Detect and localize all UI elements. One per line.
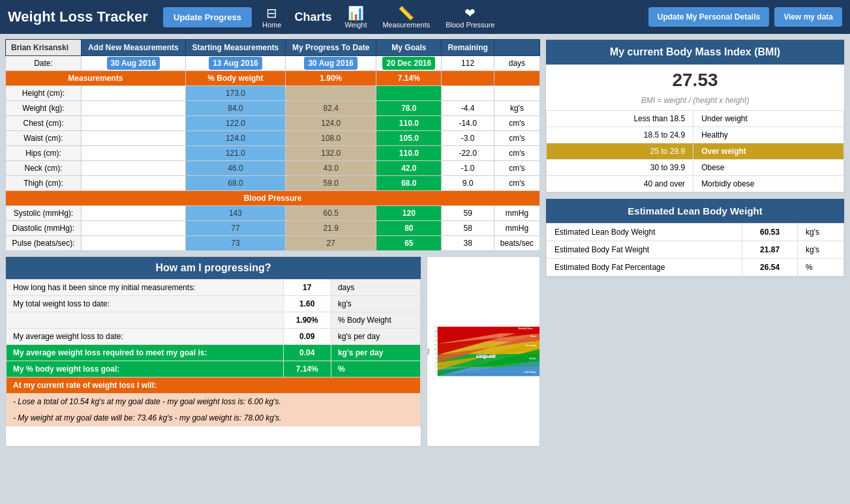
progress-note-row: - Lose a total of 10.54 kg's at my goal …: [7, 394, 421, 410]
user-name-header: Brian Krisanski: [6, 40, 82, 56]
svg-text:202: 202: [528, 374, 529, 376]
table-row: Pulse (beats/sec): 73 27 65 38 beats/sec: [6, 236, 540, 251]
svg-text:200: 200: [524, 374, 526, 376]
bmi-row: 40 and over Morbidly obese: [547, 176, 844, 192]
svg-text:150: 150: [452, 374, 453, 376]
svg-text:192: 192: [513, 374, 514, 376]
view-data-button[interactable]: View my data: [774, 7, 842, 27]
lean-table: Estimated Lean Body Weight 60.53 kg's Es…: [546, 223, 844, 276]
svg-text:186: 186: [504, 374, 506, 376]
bmi-row: 30 to 39.9 Obese: [547, 160, 844, 176]
nav-blood-pressure[interactable]: ❤ Blood Pressure: [440, 5, 500, 29]
bmi-chart-svg: Weight: [427, 257, 539, 446]
measurements-header-row: Measurements % Body weight 1.90% 7.14%: [6, 71, 540, 86]
svg-text:106: 106: [434, 348, 437, 349]
svg-text:Healthy: Healthy: [529, 357, 536, 360]
progress-row: How long has it been since my initial me…: [7, 280, 421, 296]
bmi-table: Less than 18.5 Under weight 18.5 to 24.9…: [546, 110, 844, 192]
remaining-cell: [442, 86, 494, 101]
svg-text:148: 148: [434, 335, 437, 336]
svg-text:190: 190: [510, 374, 511, 376]
svg-text:176: 176: [434, 326, 437, 327]
svg-text:140: 140: [438, 374, 439, 376]
charts-label[interactable]: Charts: [292, 10, 334, 24]
date-starting-cell: 13 Aug 2016: [185, 56, 286, 71]
svg-text:64: 64: [435, 361, 437, 363]
date-progress-cell: 30 Aug 2016: [286, 56, 376, 71]
bottom-row: How am I progressing? How long has it be…: [5, 256, 540, 447]
measurements-icon: 📏: [398, 5, 414, 21]
table-row: Neck (cm): 46.0 43.0 42.0 -1.0 cm's: [6, 161, 540, 176]
bmi-row: 18.5 to 24.9 Healthy: [547, 127, 844, 143]
date-goal-cell: 20 Dec 2016: [376, 56, 442, 71]
table-row: Height (cm): 173.0: [6, 86, 540, 101]
svg-text:198: 198: [522, 374, 523, 376]
lean-header: Estimated Lean Body Weight: [546, 199, 844, 223]
pct-goal: 7.14%: [376, 71, 442, 86]
table-row: Weight (kg): 84.0 82.4 78.0 -4.4 kg's: [6, 101, 540, 116]
table-row: Waist (cm): 124.0 108.0 105.0 -3.0 cm's: [6, 131, 540, 146]
nav-weight[interactable]: 📊 Weight: [339, 5, 372, 29]
nav-home[interactable]: ⊟ Home: [257, 5, 286, 29]
svg-text:196: 196: [519, 374, 520, 376]
col-unit-header: [494, 40, 539, 56]
header: Weight Loss Tracker Update Progress ⊟ Ho…: [0, 0, 850, 34]
svg-text:176: 176: [490, 374, 491, 376]
svg-text:78: 78: [435, 357, 437, 359]
header-right-buttons: Update My Personal Details View my data: [648, 7, 842, 27]
svg-text:174: 174: [487, 374, 489, 376]
pct-progress: 1.90%: [286, 71, 376, 86]
bmi-value: 27.53: [546, 65, 844, 96]
table-row: Thigh (cm): 68.0 59.0 68.0 9.0 cm's: [6, 176, 540, 191]
progress-section: How am I progressing? How long has it be…: [5, 256, 421, 447]
progress-row-green: My average weight loss required to meet …: [7, 345, 421, 361]
svg-text:194: 194: [516, 374, 517, 376]
right-panel: My current Body Mass Index (BMI) 27.53 B…: [545, 39, 845, 447]
svg-text:Under Weight: Under Weight: [524, 371, 536, 374]
bmi-section: My current Body Mass Index (BMI) 27.53 B…: [545, 39, 845, 193]
svg-text:166: 166: [476, 374, 477, 376]
personal-details-button[interactable]: Update My Personal Details: [648, 7, 769, 27]
unit-cell: [494, 86, 539, 101]
app-title: Weight Loss Tracker: [8, 8, 151, 25]
measurements-section: Brian Krisanski Add New Measurements Sta…: [5, 39, 540, 251]
svg-text:120: 120: [434, 344, 437, 345]
svg-text:134: 134: [434, 340, 437, 341]
svg-text:162: 162: [434, 331, 437, 332]
row-label: Height (cm):: [6, 86, 82, 101]
measurements-section-label: Measurements: [6, 71, 186, 86]
blood-pressure-section-label: Blood Pressure: [6, 191, 540, 206]
col-remaining: Remaining: [442, 40, 494, 56]
measurements-table: Brian Krisanski Add New Measurements Sta…: [5, 39, 540, 251]
progress-note-row2: - My weight at my goal date will be: 73.…: [7, 410, 421, 426]
svg-text:154: 154: [458, 374, 459, 376]
blood-pressure-icon: ❤: [464, 5, 476, 21]
nav-measurements[interactable]: 📏 Measurements: [377, 5, 435, 29]
col-progress: My Progress To Date: [286, 40, 376, 56]
progress-row: 1.90% % Body Weight: [7, 312, 421, 329]
svg-text:210: 210: [539, 374, 539, 376]
home-icon: ⊟: [266, 5, 277, 21]
date-add-cell[interactable]: 30 Aug 2016: [81, 56, 185, 71]
svg-text:50: 50: [435, 366, 437, 367]
table-row: Diastolic (mmHg): 77 21.9 80 58 mmHg: [6, 221, 540, 236]
svg-text:Over weight: Over weight: [525, 344, 536, 347]
svg-text:208: 208: [536, 374, 538, 376]
col-goals: My Goals: [376, 40, 442, 56]
svg-text:160: 160: [467, 374, 468, 376]
lean-section: Estimated Lean Body Weight Estimated Lea…: [545, 198, 845, 277]
add-cell[interactable]: [81, 86, 185, 101]
svg-text:184: 184: [502, 374, 503, 376]
svg-text:152: 152: [455, 374, 457, 376]
lean-row: Estimated Lean Body Weight 60.53 kg's: [547, 224, 844, 241]
y-axis-label: Weight: [427, 348, 430, 354]
bmi-header: My current Body Mass Index (BMI): [546, 40, 844, 65]
svg-text:146: 146: [447, 374, 448, 376]
svg-text:36: 36: [435, 370, 437, 372]
progress-table: How long has it been since my initial me…: [6, 279, 421, 426]
blood-pressure-header-row: Blood Pressure: [6, 191, 540, 206]
weight-icon: 📊: [348, 5, 364, 21]
update-progress-button[interactable]: Update Progress: [163, 7, 252, 27]
svg-text:Obese: Obese: [530, 335, 536, 338]
svg-text:178: 178: [493, 374, 494, 376]
